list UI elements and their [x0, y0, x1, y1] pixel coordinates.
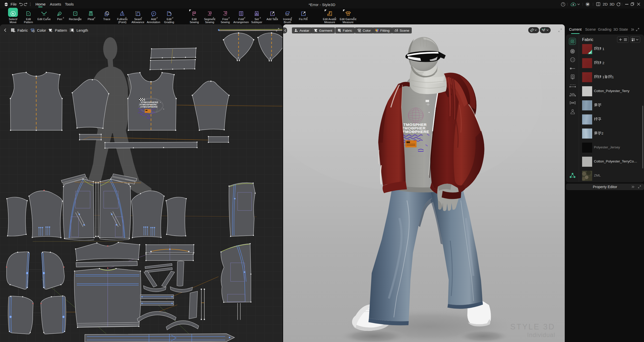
- svg-text:FMOƟPHERE: FMOƟPHERE: [403, 130, 429, 134]
- svg-text:?: ?: [562, 3, 564, 6]
